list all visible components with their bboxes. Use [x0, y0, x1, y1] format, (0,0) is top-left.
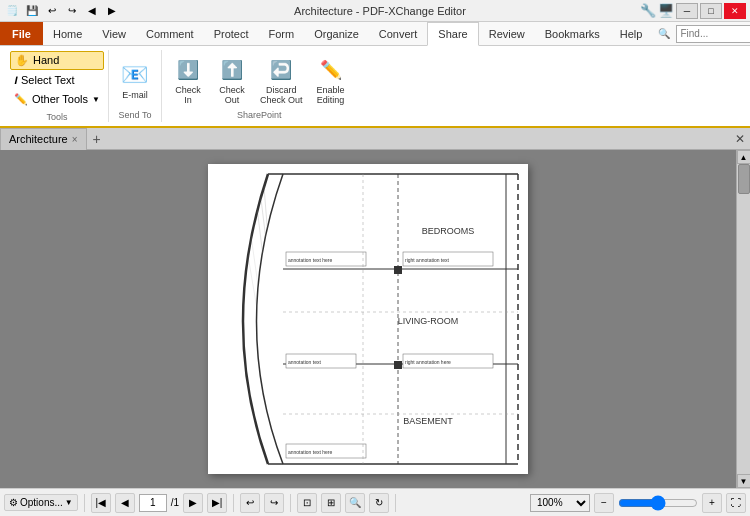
title-bar-left: 🗒️ 💾 ↩ ↪ ◀ ▶: [4, 3, 120, 19]
options-icon: ⚙: [9, 497, 18, 508]
tools-group: ✋ Hand 𝙄 Select Text ✏️ Other Tools ▼ To…: [6, 50, 109, 122]
tab-comment[interactable]: Comment: [136, 22, 204, 45]
other-tools-icon: ✏️: [14, 93, 28, 106]
send-to-buttons: 📧 E-mail: [115, 52, 155, 108]
ribbon-search-area: 🔍 🔍: [652, 22, 750, 45]
close-btn[interactable]: ✕: [724, 3, 746, 19]
check-in-icon: ⬇️: [172, 54, 204, 86]
tab-help[interactable]: Help: [610, 22, 653, 45]
main-area: BEDROOMS LIVING-ROOM BASEMENT annotation…: [0, 150, 750, 488]
discard-check-out-btn[interactable]: ↩️ DiscardCheck Out: [256, 52, 307, 108]
tab-bookmarks[interactable]: Bookmarks: [535, 22, 610, 45]
tab-form[interactable]: Form: [259, 22, 305, 45]
tab-home[interactable]: Home: [43, 22, 92, 45]
svg-rect-27: [394, 361, 402, 369]
status-sep-3: [290, 494, 291, 512]
document-tab[interactable]: Architecture ×: [0, 128, 87, 150]
check-out-icon: ⬆️: [216, 54, 248, 86]
tab-protect[interactable]: Protect: [204, 22, 259, 45]
tab-bar-close-icon[interactable]: ✕: [730, 129, 750, 149]
email-btn[interactable]: 📧 E-mail: [115, 57, 155, 103]
find-icon[interactable]: 🔍: [656, 26, 672, 42]
zoom-out-btn[interactable]: −: [594, 493, 614, 513]
tab-share[interactable]: Share: [427, 22, 478, 46]
hand-label: Hand: [33, 54, 59, 66]
next-page-btn[interactable]: ▶: [183, 493, 203, 513]
status-sep-1: [84, 494, 85, 512]
tab-convert[interactable]: Convert: [369, 22, 428, 45]
svg-text:BASEMENT: BASEMENT: [403, 416, 453, 426]
scroll-track-v: [737, 164, 751, 474]
sharepoint-buttons: ⬇️ CheckIn ⬆️ CheckOut ↩️ DiscardCheck O…: [168, 52, 351, 108]
fit-width-btn[interactable]: ⊞: [321, 493, 341, 513]
enable-editing-btn[interactable]: ✏️ EnableEditing: [311, 52, 351, 108]
zoom-select[interactable]: 100% 50% 75% 125% 150% 200%: [530, 494, 590, 512]
tab-file[interactable]: File: [0, 22, 43, 45]
check-out-label: CheckOut: [219, 86, 245, 106]
new-tab-btn[interactable]: +: [87, 129, 107, 149]
rotate-btn[interactable]: ↻: [369, 493, 389, 513]
pdf-page: BEDROOMS LIVING-ROOM BASEMENT annotation…: [208, 164, 528, 474]
maximize-btn[interactable]: □: [700, 3, 722, 19]
first-page-btn[interactable]: |◀: [91, 493, 111, 513]
zoom-slider[interactable]: [618, 497, 698, 509]
send-to-group: 📧 E-mail Send To: [109, 50, 162, 122]
actual-size-btn[interactable]: 🔍: [345, 493, 365, 513]
tab-review[interactable]: Review: [479, 22, 535, 45]
enable-editing-icon: ✏️: [315, 54, 347, 86]
fit-page-btn[interactable]: ⊡: [297, 493, 317, 513]
window-title: Architecture - PDF-XChange Editor: [120, 5, 640, 17]
check-in-btn[interactable]: ⬇️ CheckIn: [168, 52, 208, 108]
sharepoint-group: ⬇️ CheckIn ⬆️ CheckOut ↩️ DiscardCheck O…: [162, 50, 357, 122]
scroll-up-btn[interactable]: ▲: [737, 150, 751, 164]
check-out-btn[interactable]: ⬆️ CheckOut: [212, 52, 252, 108]
options-dropdown-icon: ▼: [65, 498, 73, 507]
page-total: /1: [171, 497, 179, 508]
svg-text:annotation text: annotation text: [288, 359, 321, 365]
zoom-in-btn[interactable]: +: [702, 493, 722, 513]
save-icon[interactable]: 💾: [24, 3, 40, 19]
statusbar-icon[interactable]: 🔧: [640, 3, 656, 19]
options-btn[interactable]: ⚙ Options... ▼: [4, 494, 78, 511]
architecture-drawing: BEDROOMS LIVING-ROOM BASEMENT annotation…: [208, 164, 528, 474]
prev-page-btn[interactable]: ◀: [115, 493, 135, 513]
ribbon-tabs: File Home View Comment Protect Form Orga…: [0, 22, 750, 46]
other-tools-btn[interactable]: ✏️ Other Tools ▼: [10, 91, 104, 108]
ribbon-body: ✋ Hand 𝙄 Select Text ✏️ Other Tools ▼ To…: [0, 46, 750, 128]
find-input[interactable]: [676, 25, 750, 43]
svg-text:annotation text here: annotation text here: [288, 449, 332, 455]
status-sep-2: [233, 494, 234, 512]
select-text-icon: 𝙄: [14, 74, 17, 87]
other-tools-label: Other Tools: [32, 93, 88, 105]
other-tools-dropdown-icon: ▼: [92, 95, 100, 104]
pdf-canvas-area: BEDROOMS LIVING-ROOM BASEMENT annotation…: [0, 150, 736, 488]
tab-view[interactable]: View: [92, 22, 136, 45]
select-text-label: Select Text: [21, 74, 75, 86]
tools-group-label: Tools: [10, 112, 104, 122]
select-text-btn[interactable]: 𝙄 Select Text: [10, 72, 104, 89]
svg-rect-26: [394, 266, 402, 274]
last-page-btn[interactable]: ▶|: [207, 493, 227, 513]
doc-tab-label: Architecture: [9, 133, 68, 145]
hand-tool-btn[interactable]: ✋ Hand: [10, 51, 104, 70]
forward-icon[interactable]: ▶: [104, 3, 120, 19]
send-to-label: Send To: [119, 110, 152, 120]
monitor-icon[interactable]: 🖥️: [658, 3, 674, 19]
svg-text:BEDROOMS: BEDROOMS: [422, 226, 475, 236]
redo-icon[interactable]: ↪: [64, 3, 80, 19]
enable-editing-label: EnableEditing: [317, 86, 345, 106]
back-icon[interactable]: ◀: [84, 3, 100, 19]
minimize-btn[interactable]: ─: [676, 3, 698, 19]
scroll-down-btn[interactable]: ▼: [737, 474, 751, 488]
svg-text:annotation text here: annotation text here: [288, 257, 332, 263]
status-sep-4: [395, 494, 396, 512]
doc-tab-close-icon[interactable]: ×: [72, 134, 78, 145]
vertical-scrollbar[interactable]: ▲ ▼: [736, 150, 750, 488]
tab-organize[interactable]: Organize: [304, 22, 369, 45]
next-view-btn[interactable]: ↪: [264, 493, 284, 513]
fullscreen-btn[interactable]: ⛶: [726, 493, 746, 513]
prev-view-btn[interactable]: ↩: [240, 493, 260, 513]
page-input[interactable]: [139, 494, 167, 512]
scroll-thumb-v[interactable]: [738, 164, 750, 194]
undo-icon[interactable]: ↩: [44, 3, 60, 19]
